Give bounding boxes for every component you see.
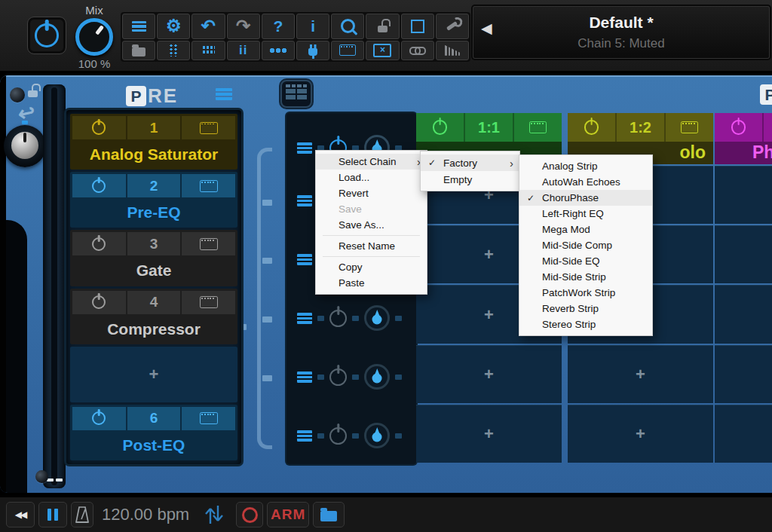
preset-browser-button[interactable] <box>122 41 155 61</box>
chain-power-button[interactable] <box>568 113 617 142</box>
pause-button[interactable] <box>38 502 67 527</box>
slot-post-eq[interactable]: 6 Post-EQ <box>70 405 237 460</box>
slot-empty[interactable]: + <box>70 347 237 402</box>
chain-id[interactable]: 1:2 <box>617 113 666 142</box>
menu-item-mid-side-comp[interactable]: Mid-Side Comp <box>519 237 652 253</box>
sync-direction-button[interactable] <box>201 502 228 527</box>
pre-section-menu-button[interactable] <box>216 88 232 103</box>
slot-power-button[interactable] <box>72 174 126 197</box>
menu-item-save-as[interactable]: Save As... <box>316 217 427 233</box>
slot-number[interactable]: 2 <box>127 174 181 197</box>
slot-number[interactable]: 3 <box>127 232 181 255</box>
empty-slot-cell[interactable]: + <box>416 405 562 463</box>
routing-button[interactable]: ii <box>227 41 260 61</box>
chain-power-button[interactable] <box>715 113 764 142</box>
unlock-icon[interactable] <box>28 84 38 100</box>
zoom-button[interactable] <box>331 14 364 39</box>
menu-item-patchwork-strip[interactable]: PatchWork Strip <box>519 285 652 301</box>
slot-window-button[interactable] <box>182 116 235 139</box>
load-session-button[interactable] <box>313 502 345 527</box>
chain-power-button[interactable] <box>416 113 465 142</box>
slot-compressor[interactable]: 4 Compressor <box>70 289 237 344</box>
levels-button[interactable] <box>436 41 469 61</box>
slot-power-button[interactable] <box>72 116 126 139</box>
fader-handle[interactable] <box>56 478 63 482</box>
chain-id[interactable] <box>764 113 772 142</box>
help-button[interactable]: ? <box>262 14 295 39</box>
tempo-display[interactable]: 120.00 bpm <box>102 505 189 524</box>
empty-slot-cell[interactable]: + <box>416 345 562 403</box>
menu-item-reverb-strip[interactable]: Reverb Strip <box>519 301 652 316</box>
slot-name[interactable]: Post-EQ <box>70 430 237 460</box>
mix-knob[interactable] <box>75 18 113 56</box>
keyboard-icon-button[interactable] <box>280 80 312 108</box>
slot-analog-saturator[interactable]: 1 Analog Saturator <box>70 114 237 170</box>
menu-item-mid-side-strip[interactable]: Mid-Side Strip <box>519 269 652 285</box>
rewind-button[interactable]: ◀◀ <box>6 502 35 527</box>
slot-window-button[interactable] <box>182 174 235 197</box>
empty-slot-cell[interactable]: + <box>568 405 713 463</box>
chain-menu-button[interactable] <box>297 430 312 442</box>
menu-item-empty[interactable]: Empty <box>421 171 519 188</box>
chain-gain-knob[interactable] <box>364 305 390 331</box>
empty-slot-cell[interactable] <box>715 405 772 463</box>
menu-item-analog-strip[interactable]: Analog Strip <box>519 158 652 174</box>
lock-button[interactable] <box>366 14 399 39</box>
macro-knobs-button[interactable] <box>262 41 295 61</box>
slot-power-button[interactable] <box>72 291 126 314</box>
chain-power-button[interactable] <box>329 368 347 386</box>
menu-item-autowah-echoes[interactable]: AutoWah Echoes <box>519 174 652 190</box>
chain-menu-button[interactable] <box>297 142 312 154</box>
slot-name[interactable]: Gate <box>70 255 237 286</box>
empty-slot-cell[interactable]: + <box>568 345 713 403</box>
menu-item-left-right-eq[interactable]: Left-Right EQ <box>519 206 652 222</box>
preset-name[interactable]: Default * <box>473 14 769 32</box>
menu-item-factory[interactable]: ✓ Factory › <box>421 154 519 171</box>
slot-number[interactable]: 4 <box>127 291 181 314</box>
redo-button[interactable]: ↷ <box>227 14 260 39</box>
slot-pre-eq[interactable]: 2 Pre-EQ <box>70 172 237 228</box>
plugin-button[interactable] <box>296 41 329 61</box>
chain-power-button[interactable] <box>329 427 347 445</box>
chain-menu-button[interactable] <box>297 195 312 206</box>
master-power-button[interactable] <box>27 17 66 54</box>
chain-gain-knob[interactable] <box>364 423 390 448</box>
menu-item-paste[interactable]: Paste <box>316 275 427 291</box>
link-button[interactable] <box>401 41 434 61</box>
empty-slot-cell[interactable] <box>715 345 772 403</box>
menu-item-select-chain[interactable]: Select Chain › <box>316 154 427 170</box>
empty-slot-cell[interactable] <box>715 285 772 343</box>
undo-button[interactable]: ↶ <box>191 14 225 39</box>
menu-item-reset-name[interactable]: Reset Name <box>316 238 427 254</box>
slot-power-button[interactable] <box>72 407 126 430</box>
slot-name[interactable]: Analog Saturator <box>70 139 237 170</box>
menu-item-mid-side-eq[interactable]: Mid-Side EQ <box>519 253 652 269</box>
empty-slot-cell[interactable] <box>715 166 772 224</box>
tools-button[interactable] <box>436 14 469 39</box>
layout-columns-button[interactable] <box>157 41 190 61</box>
chain-name-row[interactable]: Ph <box>715 142 772 164</box>
chain-gain-knob[interactable] <box>364 364 390 390</box>
chain-menu-button[interactable] <box>297 371 312 383</box>
slot-window-button[interactable] <box>182 291 235 314</box>
slot-power-button[interactable] <box>72 232 126 255</box>
menu-button[interactable] <box>122 14 155 39</box>
empty-slot-cell[interactable] <box>715 225 772 283</box>
chain-window-button[interactable] <box>666 113 713 142</box>
menu-item-revert[interactable]: Revert <box>316 185 427 201</box>
window-button[interactable] <box>331 41 364 61</box>
chain-window-button[interactable] <box>514 113 562 142</box>
slot-name[interactable]: Compressor <box>70 314 237 344</box>
info-button[interactable]: i <box>296 14 329 39</box>
slot-window-button[interactable] <box>182 232 235 255</box>
menu-item-choruphase[interactable]: ✓ ChoruPhase <box>519 190 652 206</box>
slot-name[interactable]: Pre-EQ <box>70 197 237 228</box>
arm-button[interactable]: ARM <box>267 502 309 527</box>
slot-window-button[interactable] <box>182 407 235 430</box>
selection-button[interactable] <box>401 14 434 39</box>
chain-menu-button[interactable] <box>297 313 312 324</box>
metronome-button[interactable] <box>71 502 93 527</box>
menu-item-stereo-strip[interactable]: Stereo Strip <box>519 316 652 332</box>
slot-number[interactable]: 6 <box>127 407 181 430</box>
chain-menu-button[interactable] <box>297 254 312 265</box>
